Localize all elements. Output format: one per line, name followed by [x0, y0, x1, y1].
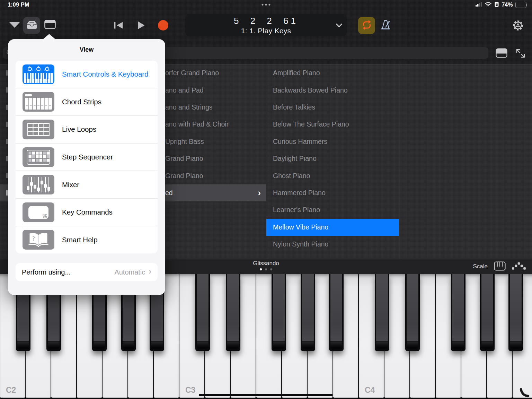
view-menu-item-label: Mixer: [62, 181, 79, 189]
key-commands-icon: ⌘: [23, 202, 54, 222]
record-icon: [158, 20, 168, 31]
chevron-right-icon: ›: [149, 267, 151, 276]
lock-icon: [494, 1, 499, 9]
arpeggiator-icon[interactable]: [512, 262, 526, 271]
window-icon: [44, 20, 56, 31]
keyboard-toggle-button[interactable]: [496, 48, 507, 59]
view-menu-item-mixer[interactable]: Mixer: [16, 171, 158, 198]
view-chevron-icon[interactable]: [9, 22, 20, 28]
octave-label: C2: [6, 385, 16, 395]
view-menu-item-label: Chord Strips: [62, 98, 101, 106]
sound-item-label: Hammered Piano: [273, 189, 326, 197]
black-key[interactable]: [451, 274, 466, 351]
sound-item-hammered-piano[interactable]: Hammered Piano: [266, 184, 399, 201]
multitask-dots-icon[interactable]: [262, 4, 271, 6]
black-key[interactable]: [226, 274, 240, 351]
smart-help-icon: ?: [23, 230, 54, 250]
view-menu-item-label: Step Sequencer: [62, 153, 113, 161]
view-menu-item-smart-help[interactable]: ? Smart Help: [16, 226, 158, 254]
glissando-label: Glissando: [253, 260, 279, 267]
popover-arrow: [43, 34, 56, 40]
sound-item-label: Below The Surface Piano: [273, 120, 349, 128]
record-button[interactable]: [158, 20, 168, 31]
mini-keyboard-icon[interactable]: [494, 261, 506, 272]
sound-item-label: Amplified Piano: [273, 69, 320, 77]
lcd-position: 5 2 2 61: [185, 16, 347, 26]
octave-label: C4: [365, 385, 375, 395]
view-menu-item-key-commands[interactable]: ⌘ Key Commands: [16, 198, 158, 226]
black-key[interactable]: [301, 274, 315, 351]
status-bar: 1:09 PM 74%: [0, 0, 532, 10]
view-menu-item-live-loops[interactable]: Live Loops: [16, 115, 158, 143]
sound-item-ghost-piano[interactable]: Ghost Piano: [266, 167, 399, 184]
sound-item-label: Nylon Synth Piano: [273, 240, 328, 248]
loop-button[interactable]: [358, 17, 375, 34]
metronome-button[interactable]: [380, 19, 391, 33]
lcd-track-name: 1: 1. Play Keys: [185, 27, 347, 35]
key-swipe-mark: [519, 388, 530, 399]
black-key[interactable]: [405, 274, 420, 351]
garageband-app: 1:09 PM 74%: [0, 0, 532, 399]
sound-item-nylon-synth-piano[interactable]: Nylon Synth Piano: [266, 236, 399, 253]
sound-item-label: Daylight Piano: [273, 155, 317, 163]
sound-item-backwards-bowed-piano[interactable]: Backwards Bowed Piano: [266, 81, 399, 98]
sound-item-mellow-vibe-piano[interactable]: Mellow Vibe Piano: [266, 219, 399, 236]
view-menu-item-label: Smart Controls & Keyboard: [62, 70, 149, 78]
settings-button[interactable]: [512, 19, 524, 33]
metronome-icon: [380, 19, 391, 33]
sound-item-label: Learner's Piano: [273, 206, 320, 214]
browser-icon: [26, 20, 37, 31]
window-button[interactable]: [44, 20, 56, 31]
status-right: 74%: [476, 1, 527, 8]
black-key[interactable]: [375, 274, 389, 351]
expand-icon: [515, 48, 526, 60]
battery-icon: [515, 2, 527, 8]
view-menu-item-label: Live Loops: [62, 125, 96, 133]
view-menu-item-smart-controls-keyboard[interactable]: Smart Controls & Keyboard: [16, 61, 158, 88]
play-button[interactable]: [137, 21, 145, 31]
sound-item-label: Curious Hammers: [273, 138, 327, 146]
lcd-chevron-icon[interactable]: [336, 23, 343, 29]
sound-item-learner-s-piano[interactable]: Learner's Piano: [266, 201, 399, 218]
scale-label: Scale: [473, 263, 488, 270]
black-key[interactable]: [272, 274, 286, 351]
step-sequencer-icon: [23, 147, 54, 167]
page-dots: [253, 268, 279, 270]
chord-strips-icon: [23, 92, 54, 112]
fullscreen-button[interactable]: [515, 48, 526, 60]
loop-icon: [361, 19, 373, 33]
sound-browser-button[interactable]: [23, 17, 40, 34]
wifi-icon: [485, 2, 492, 8]
svg-text:?: ?: [32, 236, 35, 242]
octave-label: C3: [185, 385, 195, 395]
rewind-button[interactable]: [114, 21, 123, 31]
battery-percent: 74%: [502, 2, 513, 8]
lcd-display[interactable]: 5 2 2 61 1: 1. Play Keys: [185, 14, 347, 36]
view-menu-item-chord-strips[interactable]: Chord Strips: [16, 88, 158, 116]
perform-using-label: Perform using...: [22, 268, 71, 276]
sound-item-before-talkies[interactable]: Before Talkies: [266, 99, 399, 116]
glissando-control[interactable]: Glissando: [253, 260, 279, 270]
rewind-icon: [114, 21, 123, 31]
black-key[interactable]: [195, 274, 210, 351]
black-key[interactable]: [480, 274, 495, 351]
black-key[interactable]: [329, 274, 344, 351]
sound-item-label: Before Talkies: [273, 103, 315, 111]
keyboard-toggle-icon: [496, 48, 507, 59]
sound-item-below-the-surface-piano[interactable]: Below The Surface Piano: [266, 116, 399, 133]
cellular-icon: [476, 2, 482, 8]
perform-using-row[interactable]: Perform using... Automatic ›: [16, 263, 158, 281]
sound-list-right-column: Amplified PianoBackwards Bowed PianoBefo…: [266, 64, 399, 259]
view-menu-item-step-sequencer[interactable]: Step Sequencer: [16, 143, 158, 171]
sound-item-label: Backwards Bowed Piano: [273, 86, 348, 94]
black-key[interactable]: [508, 274, 523, 351]
sound-item-label: Mellow Vibe Piano: [273, 223, 328, 231]
home-indicator[interactable]: [199, 394, 332, 396]
view-menu-item-label: Smart Help: [62, 236, 98, 244]
sound-item-daylight-piano[interactable]: Daylight Piano: [266, 150, 399, 167]
popover-title: View: [8, 39, 165, 58]
sound-item-curious-hammers[interactable]: Curious Hammers: [266, 133, 399, 150]
mixer-icon: [23, 175, 54, 194]
view-menu-item-label: Key Commands: [62, 208, 113, 216]
sound-item-amplified-piano[interactable]: Amplified Piano: [266, 64, 399, 81]
